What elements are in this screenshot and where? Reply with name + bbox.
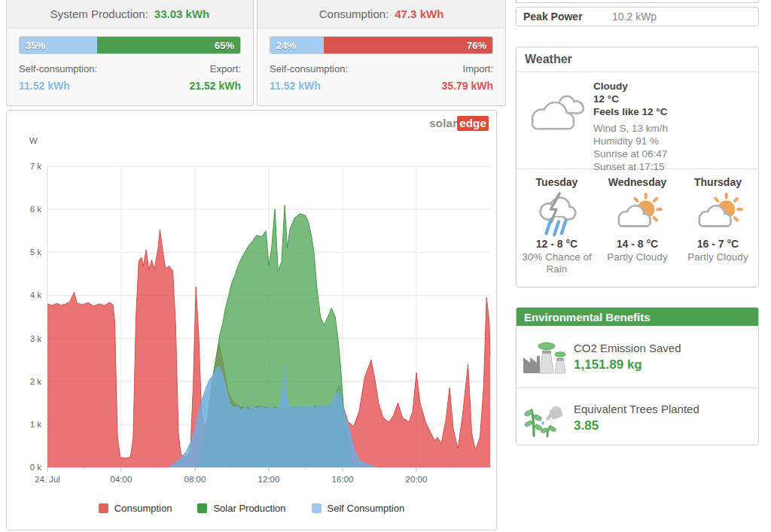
partly-cloudy-icon [597,191,678,238]
consumption-import-segment: 76% [324,37,492,53]
trees-planted-value: 3.85 [574,418,699,433]
peak-power-label: Peak Power [523,11,612,23]
co2-saved-label: CO2 Emission Saved [574,341,681,356]
factory-icon [517,338,574,375]
svg-text:0 k: 0 k [30,463,42,472]
consumption-import-label: Import: [442,63,493,74]
svg-text:20:00: 20:00 [406,475,428,484]
svg-text:3 k: 3 k [30,334,42,343]
weather-temp: 12 °C [593,93,668,105]
consumption-selfconsumption-segment: 24% [270,37,324,53]
forecast-desc: 30% Chance of Rain [517,251,597,275]
svg-text:16:00: 16:00 [332,475,354,484]
consumption-selfconsumption-label: Self-consumption: [270,63,348,74]
weather-sunrise: Sunrise at 06:47 [593,147,668,160]
forecast-day-label: Wednesday [597,176,678,188]
partly-cloudy-icon [678,191,758,238]
weather-forecast: Tuesday 12 - 8 °C 30% C [517,169,758,288]
production-export-label: Export: [190,63,241,74]
svg-text:08:00: 08:00 [184,475,206,484]
forecast-desc: Partly Cloudy [678,251,758,263]
consumption-header: Consumption: 47.3 kWh [258,0,505,29]
forecast-tuesday: Tuesday 12 - 8 °C 30% C [517,169,597,288]
power-chart-panel: solaredge 0 k1 k2 k3 k4 k5 k6 k7 k24. Ju… [6,110,497,530]
consumption-selfconsumption-value: 11.52 kWh [270,80,348,92]
svg-text:6 k: 6 k [30,205,42,214]
legend-item-consumption[interactable]: Consumption [99,503,172,514]
storm-icon [517,191,597,238]
svg-text:04:00: 04:00 [111,475,133,484]
cutoff-panel-bottom [516,0,759,3]
production-selfconsumption-value: 11.52 kWh [19,80,97,92]
forecast-desc: Partly Cloudy [597,251,678,263]
forecast-temps: 14 - 8 °C [597,238,678,250]
production-selfconsumption-segment: 35% [20,37,97,53]
dashboard: System Production: 33.03 kWh 35% 65% Sel… [0,0,771,532]
co2-saved-row: CO2 Emission Saved 1,151.89 kg [517,326,758,388]
environmental-benefits-title: Environmental Benefits [517,308,758,326]
consumption-selfconsumption-block: Self-consumption: 11.52 kWh [270,63,348,92]
consumption-value: 47.3 kWh [395,8,443,20]
production-export-segment: 65% [97,37,240,53]
forecast-thursday: Thursday 16 - [678,169,758,288]
forecast-temps: 12 - 8 °C [517,238,597,250]
svg-text:7 k: 7 k [30,162,42,171]
production-selfconsumption-block: Self-consumption: 11.52 kWh [19,63,97,92]
svg-text:1 k: 1 k [30,420,42,429]
system-production-value: 33.03 kWh [154,8,209,20]
co2-saved-value: 1,151.89 kg [574,357,681,372]
consumption-import-block: Import: 35.79 kWh [442,63,493,92]
chart-legend: Consumption Solar Production Self Consum… [7,503,496,514]
trees-planted-label: Equivalent Trees Planted [574,402,699,417]
weather-wind: Wind S, 13 km/h [593,122,668,135]
production-selfconsumption-label: Self-consumption: [19,63,97,74]
system-production-header: System Production: 33.03 kWh [7,0,253,29]
cloudy-icon [524,80,593,161]
svg-text:5 k: 5 k [30,248,42,257]
consumption-split-bar: 24% 76% [270,36,493,54]
forecast-wednesday: Wednesday 14 - [597,169,678,288]
production-split-bar: 35% 65% [19,36,241,54]
weather-condition: Cloudy [593,80,668,93]
weather-feels-like: Feels like 12 °C [593,105,668,118]
environmental-benefits-panel: Environmental Benefits CO2 Emission Save… [516,307,759,445]
weather-panel: Weather Cloudy 12 °C Feels like 12 °C [516,47,759,287]
svg-text:2 k: 2 k [30,377,42,386]
weather-humidity: Humidity 91 % [593,135,668,147]
legend-item-self-consumption[interactable]: Self Consumption [312,503,405,514]
forecast-day-label: Thursday [678,176,758,188]
solar-production-swatch-icon [197,503,207,513]
system-production-panel: System Production: 33.03 kWh 35% 65% Sel… [6,0,254,106]
consumption-label: Consumption: [319,8,389,20]
power-area-chart[interactable]: 0 k1 k2 k3 k4 k5 k6 k7 k24. Jul04:0008:0… [7,111,498,531]
system-production-label: System Production: [50,8,148,20]
svg-text:W: W [29,136,38,145]
peak-power-panel: Peak Power 10.2 kWp [516,7,759,26]
production-export-block: Export: 21.52 kWh [190,63,241,92]
production-export-value: 21.52 kWh [190,80,241,92]
legend-item-solar-production[interactable]: Solar Production [197,503,285,514]
weather-current: Cloudy 12 °C Feels like 12 °C Wind S, 13… [517,72,758,161]
weather-title: Weather [517,47,758,72]
peak-power-value: 10.2 kWp [612,11,657,23]
svg-text:12:00: 12:00 [258,475,280,484]
svg-text:4 k: 4 k [30,290,42,299]
forecast-day-label: Tuesday [517,176,597,188]
consumption-swatch-icon [99,503,108,513]
forecast-temps: 16 - 7 °C [678,238,758,250]
consumption-panel: Consumption: 47.3 kWh 24% 76% Self-consu… [257,0,506,106]
trees-planted-row: Equivalent Trees Planted 3.85 [517,388,758,446]
trees-watering-icon [517,397,574,439]
consumption-import-value: 35.79 kWh [442,80,493,92]
svg-text:24. Jul: 24. Jul [35,475,60,484]
self-consumption-swatch-icon [312,503,322,513]
